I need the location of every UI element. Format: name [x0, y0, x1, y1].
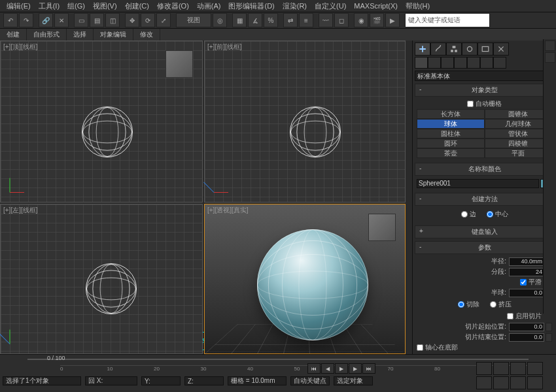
redo-button[interactable]: ↷ — [19, 13, 33, 27]
menu-custom[interactable]: 自定义(U) — [311, 1, 350, 11]
rollout-params[interactable]: -参数 — [415, 241, 554, 254]
pan-button[interactable] — [493, 376, 509, 389]
smooth-checkbox[interactable] — [520, 279, 527, 286]
cat-geometry[interactable] — [415, 57, 428, 69]
chop-radio[interactable] — [458, 301, 464, 308]
viewcube-persp[interactable] — [368, 214, 396, 241]
mirror-button[interactable]: ⇄ — [283, 13, 298, 27]
align-button[interactable]: ≡ — [299, 13, 313, 27]
rollout-name-color[interactable]: -名称和颜色 — [415, 163, 554, 176]
zoom-extents-button[interactable] — [510, 362, 526, 375]
render-setup-button[interactable]: 🎬 — [370, 13, 384, 27]
cat-shapes[interactable] — [428, 57, 441, 69]
orbit-button[interactable] — [510, 376, 526, 389]
menu-tools[interactable]: 工具(I) — [35, 1, 63, 11]
prev-frame-button[interactable]: ◀ — [321, 363, 334, 374]
tab-object-edit[interactable]: 对象编辑 — [94, 29, 133, 41]
pivot-button[interactable]: ◎ — [213, 13, 227, 27]
rollout-keyboard-entry[interactable]: +键盘输入 — [415, 225, 554, 238]
prim-cone[interactable]: 圆锥体 — [485, 109, 553, 119]
viewport-left[interactable]: [+][左][线框] — [0, 204, 203, 354]
zoom-button[interactable] — [476, 362, 492, 375]
rollout-object-type[interactable]: -对象类型 — [415, 84, 554, 97]
prim-tube[interactable]: 管状体 — [485, 129, 553, 139]
next-frame-button[interactable]: ▶ — [349, 363, 362, 374]
panel-hierarchy-tab[interactable] — [446, 42, 462, 56]
menu-modifier[interactable]: 修改器(O) — [153, 1, 193, 11]
undo-button[interactable]: ↶ — [3, 13, 18, 27]
maximize-viewport-button[interactable] — [527, 376, 543, 389]
prim-geosphere[interactable]: 几何球体 — [485, 119, 553, 129]
curve-editor-button[interactable]: 〰 — [319, 13, 333, 27]
coord-x[interactable]: 回 X: — [85, 376, 137, 385]
panel-motion-tab[interactable] — [462, 42, 478, 56]
select-region-button[interactable]: ◫ — [105, 13, 120, 27]
rotate-button[interactable]: ⟳ — [141, 13, 155, 27]
fov-button[interactable] — [476, 376, 492, 389]
tab-freeform[interactable]: 自由形式 — [27, 29, 67, 41]
link-button[interactable]: 🔗 — [39, 13, 53, 27]
prim-plane[interactable]: 平面 — [485, 148, 553, 158]
coord-system-dropdown[interactable]: 视图 — [176, 13, 211, 27]
method-edge-radio[interactable] — [461, 211, 468, 218]
prim-teapot[interactable]: 茶壶 — [417, 148, 485, 158]
base-pivot-checkbox[interactable] — [417, 344, 423, 351]
tab-create[interactable]: 创建 — [0, 29, 27, 41]
tab-select[interactable]: 选择 — [67, 29, 94, 41]
prim-pyramid[interactable]: 四棱锥 — [485, 139, 553, 148]
time-slider[interactable]: 0 / 100 — [27, 356, 529, 363]
side-icon-1[interactable] — [545, 41, 555, 51]
menu-create[interactable]: 创建(C) — [121, 1, 153, 11]
prim-torus[interactable]: 圆环 — [417, 139, 485, 148]
menu-help[interactable]: 帮助(H) — [402, 1, 434, 11]
autokey-button[interactable]: 自动关键点 — [290, 376, 330, 385]
panel-display-tab[interactable] — [478, 42, 493, 56]
radius-spinner[interactable]: 40.0mm — [509, 257, 544, 266]
snap-button[interactable]: ▦ — [232, 13, 247, 27]
coord-y[interactable]: Y: — [141, 376, 181, 385]
autogrid-checkbox[interactable] — [467, 101, 474, 107]
menu-render[interactable]: 渲染(R) — [279, 1, 311, 11]
cat-helpers[interactable] — [467, 57, 480, 69]
viewport-front[interactable]: [+][前][线框] — [204, 41, 406, 203]
cat-cameras[interactable] — [454, 57, 467, 69]
goto-end-button[interactable]: ⏭ — [362, 363, 375, 374]
coord-z[interactable]: Z: — [184, 376, 224, 385]
cat-systems[interactable] — [493, 57, 506, 69]
viewcube-top[interactable] — [165, 50, 193, 78]
panel-utilities-tab[interactable] — [493, 42, 509, 56]
zoom-extents-all-button[interactable] — [527, 362, 543, 375]
menu-edit[interactable]: 编辑(E) — [3, 1, 35, 11]
tab-modify[interactable]: 修改 — [133, 29, 160, 41]
render-button[interactable]: ▶ — [385, 13, 400, 27]
enable-slice-checkbox[interactable] — [507, 313, 513, 319]
menu-maxscript[interactable]: MAXScript(X) — [350, 2, 402, 10]
side-icon-2[interactable] — [545, 52, 555, 63]
panel-modify-tab[interactable] — [430, 42, 446, 56]
panel-create-tab[interactable] — [415, 42, 430, 56]
rollout-create-method[interactable]: -创建方法 — [415, 193, 554, 206]
select-button[interactable]: ▭ — [74, 13, 88, 27]
material-editor-button[interactable]: ◉ — [354, 13, 368, 27]
cat-lights[interactable] — [441, 57, 454, 69]
menu-view[interactable]: 视图(V) — [89, 1, 121, 11]
squash-radio[interactable] — [490, 301, 496, 308]
move-button[interactable]: ✥ — [125, 13, 139, 27]
object-name-input[interactable]: Sphere001 — [417, 179, 539, 188]
subcategory-dropdown[interactable]: 标准基本体 — [415, 71, 554, 81]
viewport-perspective[interactable]: [+][透视][真实] — [204, 204, 406, 354]
select-name-button[interactable]: ▤ — [90, 13, 104, 27]
menu-group[interactable]: 组(G) — [63, 1, 89, 11]
sphere-object[interactable] — [257, 229, 368, 340]
goto-start-button[interactable]: ⏮ — [307, 363, 321, 374]
segments-spinner[interactable]: 24 — [509, 268, 544, 276]
menu-anim[interactable]: 动画(A) — [193, 1, 225, 11]
schematic-view-button[interactable]: ◻ — [334, 13, 349, 27]
prim-cylinder[interactable]: 圆柱体 — [417, 129, 485, 139]
search-input[interactable]: 键入关键字或短语 — [405, 13, 490, 27]
unlink-button[interactable]: ✕ — [54, 13, 69, 27]
zoom-all-button[interactable] — [493, 362, 509, 375]
prim-sphere[interactable]: 球体 — [417, 119, 485, 129]
prim-box[interactable]: 长方体 — [417, 109, 485, 119]
menu-graph[interactable]: 图形编辑器(D) — [224, 1, 278, 11]
